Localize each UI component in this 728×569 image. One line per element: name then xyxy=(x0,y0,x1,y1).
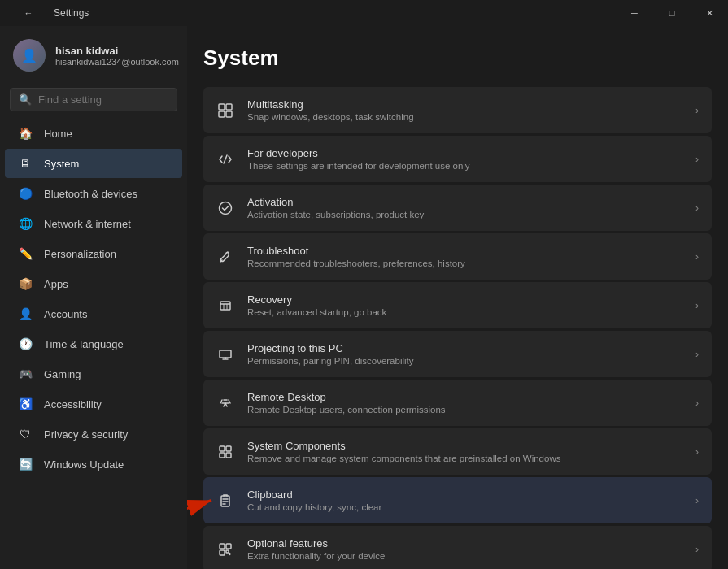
remote-desktop-title: Remote Desktop xyxy=(247,391,682,403)
svg-point-4 xyxy=(220,202,232,214)
optional-features-chevron: › xyxy=(695,544,699,555)
sidebar-label-personalization: Personalization xyxy=(44,248,116,260)
gaming-icon: 🎮 xyxy=(18,367,33,381)
settings-item-optional-features[interactable]: Optional features Extra functionality fo… xyxy=(203,526,712,569)
troubleshoot-desc: Recommended troubleshooters, preferences… xyxy=(247,258,682,268)
recovery-chevron: › xyxy=(695,300,699,311)
sidebar-item-accounts[interactable]: 👤 Accounts xyxy=(5,299,182,328)
recovery-text: Recovery Reset, advanced startup, go bac… xyxy=(247,293,682,317)
svg-rect-13 xyxy=(226,544,231,549)
clipboard-text: Clipboard Cut and copy history, sync, cl… xyxy=(247,489,682,512)
settings-item-multitasking[interactable]: Multitasking Snap windows, desktops, tas… xyxy=(203,87,712,133)
avatar: 👤 xyxy=(13,39,46,72)
for-developers-title: For developers xyxy=(247,147,682,159)
titlebar-title: Settings xyxy=(54,7,89,19)
sidebar-item-windows-update[interactable]: 🔄 Windows Update xyxy=(5,450,182,479)
time-icon: 🕐 xyxy=(18,337,33,351)
multitasking-title: Multitasking xyxy=(247,98,682,111)
sidebar-item-time[interactable]: 🕐 Time & language xyxy=(5,329,182,358)
sidebar-label-accessibility: Accessibility xyxy=(44,398,102,410)
system-components-text: System Components Remove and manage syst… xyxy=(247,440,682,463)
activation-chevron: › xyxy=(695,202,699,214)
settings-item-recovery[interactable]: Recovery Reset, advanced startup, go bac… xyxy=(203,282,712,328)
sidebar-item-home[interactable]: 🏠 Home xyxy=(5,119,182,148)
svg-rect-8 xyxy=(226,446,231,451)
accounts-icon: 👤 xyxy=(18,306,33,321)
sidebar-label-time: Time & language xyxy=(44,338,124,350)
home-icon: 🏠 xyxy=(18,126,33,141)
app-body: 👤 hisan kidwai hisankidwai1234@outlook.c… xyxy=(0,26,728,569)
multitasking-text: Multitasking Snap windows, desktops, tas… xyxy=(247,98,682,122)
apps-icon: 📦 xyxy=(18,276,33,291)
settings-item-clipboard[interactable]: Clipboard Cut and copy history, sync, cl… xyxy=(203,477,712,523)
recovery-icon xyxy=(216,297,234,315)
sidebar-label-gaming: Gaming xyxy=(44,368,81,380)
svg-rect-10 xyxy=(226,453,231,458)
recovery-title: Recovery xyxy=(247,293,682,306)
sidebar-item-privacy[interactable]: 🛡 Privacy & security xyxy=(5,419,182,449)
remote-desktop-icon xyxy=(216,394,234,412)
recovery-desc: Reset, advanced startup, go back xyxy=(247,307,682,317)
search-icon: 🔍 xyxy=(19,93,32,106)
settings-item-troubleshoot[interactable]: Troubleshoot Recommended troubleshooters… xyxy=(203,233,712,280)
settings-item-for-developers[interactable]: For developers These settings are intend… xyxy=(203,136,712,182)
sidebar-label-windows-update: Windows Update xyxy=(44,458,124,471)
sidebar-label-apps: Apps xyxy=(44,278,68,290)
settings-item-activation[interactable]: Activation Activation state, subscriptio… xyxy=(203,185,712,231)
optional-features-desc: Extra functionality for your device xyxy=(247,551,682,561)
settings-item-remote-desktop[interactable]: Remote Desktop Remote Desktop users, con… xyxy=(203,380,712,426)
projecting-desc: Permissions, pairing PIN, discoverabilit… xyxy=(247,356,682,366)
multitasking-chevron: › xyxy=(695,105,699,116)
content-area: System Multitasking Snap windows, deskto… xyxy=(187,26,728,569)
multitasking-desc: Snap windows, desktops, task switching xyxy=(247,112,682,122)
user-name: hisan kidwai xyxy=(55,45,179,57)
sidebar-item-network[interactable]: 🌐 Network & internet xyxy=(5,209,182,238)
titlebar: ← Settings ─ □ ✕ xyxy=(0,0,728,26)
search-box[interactable]: 🔍 xyxy=(10,88,177,111)
sidebar-label-privacy: Privacy & security xyxy=(44,428,128,441)
network-icon: 🌐 xyxy=(18,216,33,231)
for-developers-icon xyxy=(216,150,234,168)
clipboard-icon xyxy=(216,492,234,510)
bluetooth-icon: 🔵 xyxy=(18,186,33,201)
sidebar-item-accessibility[interactable]: ♿ Accessibility xyxy=(5,389,182,419)
troubleshoot-title: Troubleshoot xyxy=(247,245,682,257)
for-developers-desc: These settings are intended for developm… xyxy=(247,161,682,171)
sidebar-item-bluetooth[interactable]: 🔵 Bluetooth & devices xyxy=(5,179,182,208)
sidebar-label-home: Home xyxy=(44,128,72,140)
svg-rect-15 xyxy=(226,550,229,553)
for-developers-text: For developers These settings are intend… xyxy=(247,147,682,171)
sidebar-item-personalization[interactable]: ✏️ Personalization xyxy=(5,239,182,268)
settings-item-system-components[interactable]: System Components Remove and manage syst… xyxy=(203,428,712,475)
clipboard-chevron: › xyxy=(695,495,699,506)
troubleshoot-chevron: › xyxy=(695,251,699,263)
optional-features-text: Optional features Extra functionality fo… xyxy=(247,537,682,561)
user-info: hisan kidwai hisankidwai1234@outlook.com xyxy=(55,45,179,67)
system-icon: 🖥 xyxy=(18,156,33,171)
page-title: System xyxy=(203,46,712,71)
svg-rect-5 xyxy=(220,302,230,310)
activation-text: Activation Activation state, subscriptio… xyxy=(247,196,682,219)
windows-update-icon: 🔄 xyxy=(18,457,33,471)
settings-list: Multitasking Snap windows, desktops, tas… xyxy=(203,87,712,569)
optional-features-icon xyxy=(216,541,234,558)
svg-rect-14 xyxy=(220,550,225,555)
settings-item-projecting[interactable]: Projecting to this PC Permissions, pairi… xyxy=(203,331,712,377)
svg-rect-3 xyxy=(226,111,232,117)
sidebar-item-gaming[interactable]: 🎮 Gaming xyxy=(5,359,182,389)
user-profile[interactable]: 👤 hisan kidwai hisankidwai1234@outlook.c… xyxy=(0,26,187,85)
back-button[interactable]: ← xyxy=(10,0,47,26)
close-button[interactable]: ✕ xyxy=(691,0,728,26)
clipboard-desc: Cut and copy history, sync, clear xyxy=(247,502,682,512)
system-components-title: System Components xyxy=(247,440,682,452)
svg-rect-7 xyxy=(220,446,225,451)
system-components-chevron: › xyxy=(695,446,699,458)
maximize-button[interactable]: □ xyxy=(653,0,691,26)
projecting-chevron: › xyxy=(695,349,699,360)
sidebar-item-system[interactable]: 🖥 System xyxy=(5,149,182,178)
sidebar-item-apps[interactable]: 📦 Apps xyxy=(5,269,182,298)
search-input[interactable] xyxy=(38,93,175,106)
projecting-icon xyxy=(216,345,234,363)
troubleshoot-icon xyxy=(216,248,234,266)
minimize-button[interactable]: ─ xyxy=(616,0,653,26)
